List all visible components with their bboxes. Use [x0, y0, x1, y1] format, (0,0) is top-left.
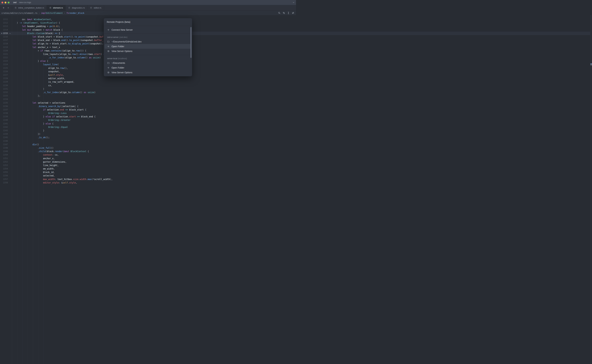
code-line[interactable]: 2242 Ordering::Equal [0, 125, 296, 129]
fold-chevron-icon[interactable] [9, 33, 11, 34]
tab-editor-rs[interactable]: Reditor.rs [87, 5, 104, 11]
line-number[interactable]: 2248 [0, 146, 8, 150]
code-line[interactable]: 2231 ) [0, 87, 296, 91]
line-number[interactable]: 2226 [0, 70, 8, 73]
tab-element-rs[interactable]: Relement.rs [47, 5, 65, 11]
inline-assist-icon[interactable] [283, 12, 285, 14]
code-line[interactable]: 2243 } [0, 129, 296, 132]
line-number[interactable]: 2220 [0, 49, 8, 52]
code-line[interactable]: 2258 editor_style: &self.style, [0, 181, 296, 182]
code-line[interactable]: 2241 } else { [0, 122, 296, 125]
line-number[interactable]: 2241 [0, 122, 8, 125]
line-number[interactable]: 2250 [0, 153, 8, 156]
code-line[interactable]: 2254 em_width, [0, 167, 296, 170]
line-number[interactable]: 2218 [0, 42, 8, 46]
modal-item-view-server-options[interactable]: View Server Options [105, 70, 191, 75]
line-number[interactable]: 2239 [0, 115, 8, 118]
code-line[interactable]: 2238 Ordering::Less [0, 111, 296, 115]
modal-item-documents-github-zed-dev[interactable]: ~/Documents/GitHub/zed.dev [105, 39, 191, 44]
line-number[interactable]: 2214 [0, 28, 8, 32]
minimize-button[interactable] [5, 2, 7, 3]
code-line[interactable]: 2246 [0, 139, 296, 143]
code-line[interactable]: 2247 div() [0, 143, 296, 146]
code-line[interactable]: 2228 editor_width, [0, 77, 296, 80]
line-number[interactable]: 2217 [0, 39, 8, 42]
line-number[interactable]: 2246 [0, 139, 8, 143]
line-number[interactable]: 2249 [0, 150, 8, 153]
line-number[interactable]: 2240 [0, 118, 8, 122]
code-line[interactable]: 2249 .child(block.render(&mut BlockConte… [0, 150, 296, 153]
modal-item-view-server-options[interactable]: View Server Options [105, 49, 191, 53]
line-number[interactable]: 2224 [0, 63, 8, 66]
code-line[interactable]: 2237 if selection.end <= block_start { [0, 108, 296, 111]
line-number[interactable]: 2235 [0, 101, 8, 105]
line-number[interactable]: 2251 [0, 157, 8, 160]
code-line[interactable]: 2253 line_height, [0, 164, 296, 167]
code-line[interactable]: 2257 max_width: text_hitbox.size.width.m… [0, 178, 296, 181]
line-number[interactable]: 2247 [0, 143, 8, 146]
arrow-right-icon[interactable] [7, 6, 10, 9]
line-number[interactable]: 2256 [0, 174, 8, 177]
close-button[interactable] [1, 2, 3, 3]
code-line[interactable]: 2230 cx, [0, 84, 296, 87]
code-line[interactable]: 2240 Ordering::Greater [0, 118, 296, 122]
modal-scrollbar[interactable] [190, 27, 192, 58]
line-number[interactable]: 2223 [0, 59, 8, 63]
line-number[interactable]: 2257 [0, 178, 8, 181]
code-line[interactable]: 2252 gutter_dimensions, [0, 160, 296, 164]
modal-item-connect-new-server[interactable]: Connect New Server [105, 27, 191, 32]
modal-item-open-folder[interactable]: Open Folder [105, 65, 191, 70]
code-line[interactable]: 2235 let selected = selections [0, 101, 296, 105]
line-number[interactable]: 2211 [0, 18, 8, 21]
line-number[interactable]: 2253 [0, 164, 8, 167]
line-number[interactable]: 2234 [0, 98, 8, 101]
code-line[interactable]: 2229 is_row_soft_wrapped, [0, 80, 296, 84]
line-number[interactable]: 2225 [0, 66, 8, 70]
line-number[interactable]: 2233 [0, 94, 8, 98]
breadcrumb[interactable]: crates/editor/src/element.rs›impl Editor… [1, 12, 84, 14]
line-number[interactable]: 2243 [0, 129, 8, 132]
modal-item-documents[interactable]: ~/Documents [105, 60, 191, 65]
text-cursor-icon[interactable] [287, 12, 290, 14]
tab-inline-completion-button-rs[interactable]: Rinline_completion_button.rs [12, 5, 47, 11]
code-line[interactable]: 2232 .x_for_index(align_to.column() as u… [0, 91, 296, 94]
line-number[interactable]: 2254 [0, 167, 8, 170]
code-line[interactable]: 2233 }; [0, 94, 296, 98]
filters-icon[interactable] [292, 12, 294, 14]
line-number[interactable]: 2258 [0, 181, 8, 182]
modal-item-open-folder[interactable]: Open Folder [105, 44, 191, 49]
line-number[interactable]: 2222 [0, 56, 8, 59]
code-line[interactable]: 2234 [0, 98, 296, 101]
runnable-indicator-icon[interactable] [1, 32, 3, 34]
line-number[interactable]: 2236 [0, 105, 8, 108]
code-line[interactable]: 2256 selected, [0, 174, 296, 177]
line-number[interactable]: 2238 [0, 111, 8, 115]
chevron-down-icon[interactable] [293, 1, 295, 4]
code-line[interactable]: 2248 .size_full() [0, 146, 296, 150]
line-number[interactable]: 2230 [0, 84, 8, 87]
line-number[interactable]: 2221 [0, 52, 8, 56]
code-line[interactable]: 2236 .binary_search_by(|selection| { [0, 105, 296, 108]
line-number[interactable]: 2227 [0, 73, 8, 77]
line-number[interactable]: 2255 [0, 170, 8, 174]
search-icon[interactable] [278, 12, 280, 14]
line-number[interactable]: 2228 [0, 77, 8, 80]
line-number[interactable]: 2252 [0, 160, 8, 164]
code-line[interactable]: 2251 anchor_x, [0, 157, 296, 160]
code-line[interactable]: 2244 }) [0, 132, 296, 136]
line-number[interactable]: 2237 [0, 108, 8, 111]
code-line[interactable]: 2250 context: cx, [0, 153, 296, 156]
zoom-button[interactable] [8, 2, 10, 3]
line-number[interactable]: 2245 [0, 136, 8, 139]
line-number[interactable]: 2232 [0, 91, 8, 94]
line-number[interactable]: 2244 [0, 132, 8, 136]
tab-diagnostics-rs[interactable]: Rdiagnostics.rs [65, 5, 87, 11]
line-number[interactable]: 2242 [0, 125, 8, 129]
line-number[interactable]: 2216 [0, 35, 8, 39]
code-line[interactable]: 2255 block_id, [0, 170, 296, 174]
line-number[interactable]: 2229 [0, 80, 8, 84]
line-number[interactable]: 2213 [0, 25, 8, 28]
line-number[interactable]: 2212 [0, 21, 8, 25]
line-number[interactable]: 2219 [0, 46, 8, 49]
line-number[interactable]: 2231 [0, 87, 8, 91]
